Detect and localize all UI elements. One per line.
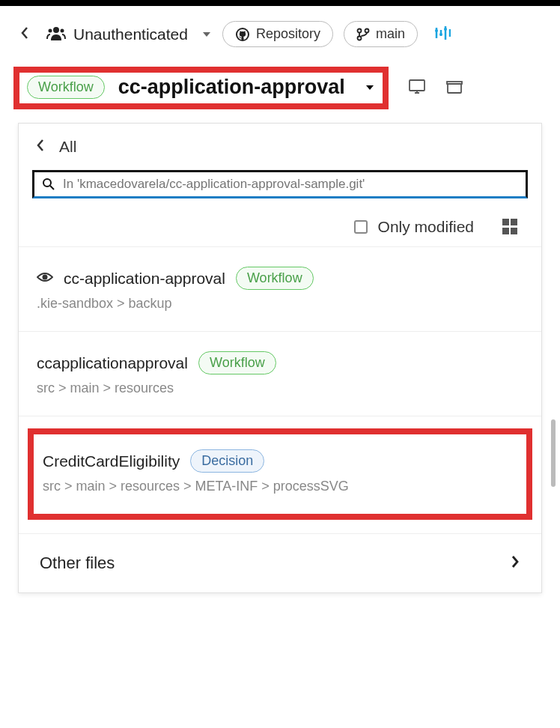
title-bar: Workflow cc-application-approval xyxy=(0,59,560,117)
box-icon[interactable] xyxy=(445,79,463,97)
scrollbar-thumb[interactable] xyxy=(551,419,556,487)
highlighted-item-box[interactable]: CreditCardEligibility Decision src > mai… xyxy=(28,428,532,520)
auth-dropdown-caret[interactable] xyxy=(201,28,212,40)
svg-point-8 xyxy=(439,33,442,36)
branch-button[interactable]: main xyxy=(344,21,418,47)
svg-rect-12 xyxy=(447,82,462,84)
panel-back-button[interactable] xyxy=(35,137,46,157)
repository-label: Repository xyxy=(256,26,320,42)
workflow-badge: Workflow xyxy=(198,351,276,374)
svg-point-14 xyxy=(43,274,48,279)
item-path: src > main > resources xyxy=(37,380,523,396)
svg-point-5 xyxy=(365,28,369,32)
decision-badge: Decision xyxy=(190,449,264,473)
caret-down-icon xyxy=(365,84,375,91)
branch-icon xyxy=(356,28,370,41)
filter-icon[interactable] xyxy=(434,25,451,43)
chevron-left-icon xyxy=(19,26,30,40)
monitor-icon[interactable] xyxy=(408,79,426,98)
other-files-row[interactable]: Other files xyxy=(19,534,541,592)
search-box[interactable] xyxy=(32,170,528,198)
other-files-label: Other files xyxy=(40,553,115,573)
svg-rect-10 xyxy=(410,80,424,91)
workflow-title[interactable]: cc-application-approval xyxy=(118,76,345,99)
svg-point-2 xyxy=(61,28,64,32)
auth-status-label[interactable]: Unauthenticated xyxy=(73,25,188,43)
search-row xyxy=(19,170,541,207)
top-black-bar xyxy=(0,0,560,6)
back-button[interactable] xyxy=(13,22,36,47)
item-title: CreditCardEligibility xyxy=(43,452,180,470)
item-path: src > main > resources > META-INF > proc… xyxy=(43,479,517,494)
panel-all-label[interactable]: All xyxy=(59,138,76,156)
svg-point-13 xyxy=(43,179,51,186)
file-dropdown-panel: All Only modified cc-application-approva… xyxy=(18,123,542,593)
chevron-right-icon xyxy=(510,553,520,573)
title-dropdown-caret[interactable] xyxy=(365,82,375,94)
title-highlight: Workflow cc-application-approval xyxy=(13,67,389,109)
svg-point-0 xyxy=(53,27,59,33)
svg-point-9 xyxy=(444,28,447,31)
svg-point-7 xyxy=(435,29,438,32)
search-icon xyxy=(42,178,55,191)
only-modified-label[interactable]: Only modified xyxy=(378,218,474,236)
item-path: .kie-sandbox > backup xyxy=(37,296,523,312)
users-icon xyxy=(46,25,66,43)
svg-point-6 xyxy=(358,36,362,40)
repository-button[interactable]: Repository xyxy=(222,21,333,47)
svg-point-4 xyxy=(358,28,362,32)
panel-header: All xyxy=(19,124,541,170)
grid-view-icon[interactable] xyxy=(502,219,519,235)
list-item[interactable]: ccapplicationapproval Workflow src > mai… xyxy=(19,332,541,416)
only-modified-checkbox[interactable] xyxy=(354,220,368,234)
workflow-badge: Workflow xyxy=(236,267,314,290)
search-input[interactable] xyxy=(63,177,518,192)
filter-row: Only modified xyxy=(19,207,541,247)
branch-label: main xyxy=(376,26,405,42)
svg-point-1 xyxy=(49,28,52,32)
list-item[interactable]: cc-application-approval Workflow .kie-sa… xyxy=(19,247,541,332)
eye-icon xyxy=(37,271,53,286)
top-toolbar: Unauthenticated Repository main xyxy=(0,6,560,59)
caret-down-icon xyxy=(201,31,212,38)
item-title: cc-application-approval xyxy=(64,270,225,288)
workflow-badge: Workflow xyxy=(27,76,105,99)
github-icon xyxy=(235,27,250,42)
chevron-left-icon xyxy=(35,139,46,152)
item-title: ccapplicationapproval xyxy=(37,354,188,372)
svg-rect-11 xyxy=(448,84,461,93)
